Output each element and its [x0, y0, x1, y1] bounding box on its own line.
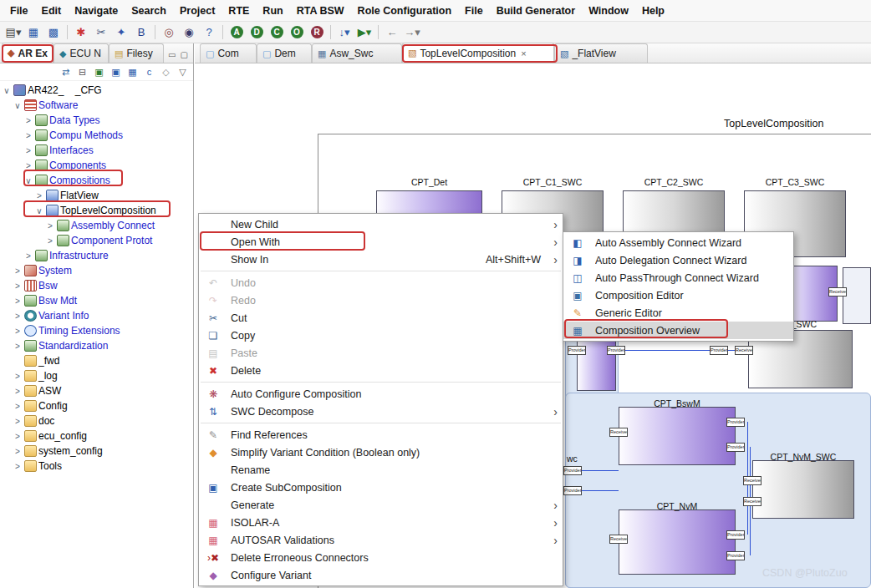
- expand-arrow-icon[interactable]: [23, 176, 33, 185]
- context-menu-item[interactable]: ◆ Configure Variant ›: [199, 566, 563, 584]
- validate-button[interactable]: ✱: [72, 24, 90, 41]
- editor-tab[interactable]: ▢ Com ×: [200, 43, 257, 63]
- expand-arrow-icon[interactable]: [13, 417, 23, 426]
- receiver-port[interactable]: Receiver: [743, 476, 761, 485]
- nav-forward-button[interactable]: →▾: [403, 24, 421, 41]
- context-menu-item[interactable]: Open With ›: [199, 233, 563, 251]
- new-wizard-dropdown-button[interactable]: ▤▾: [4, 24, 23, 41]
- expand-arrow-icon[interactable]: [13, 342, 23, 351]
- explorer-tab[interactable]: ▤ Filesy ×: [109, 43, 164, 63]
- tree-item[interactable]: Compositions: [0, 173, 193, 188]
- provider-port[interactable]: Provider: [726, 418, 745, 427]
- context-menu-item[interactable]: ↷ Redo ›: [199, 291, 563, 309]
- tree-item[interactable]: Config: [0, 398, 193, 413]
- expand-arrow-icon[interactable]: [13, 281, 23, 291]
- tree-item[interactable]: TopLevelComposition: [0, 203, 193, 218]
- context-menu-item[interactable]: ▣ Create SubComposition ›: [199, 479, 563, 496]
- menu-bar-item[interactable]: Edit: [35, 2, 69, 20]
- context-menu-item[interactable]: ▦ ISOLAR-A ›: [199, 514, 563, 531]
- receiver-port[interactable]: Receiver: [828, 287, 847, 297]
- isolar-d-button[interactable]: D: [247, 24, 266, 41]
- build-dropdown-button[interactable]: ▶▾: [355, 24, 374, 41]
- submenu-item[interactable]: ✎ Generic Editor ›: [563, 304, 793, 322]
- maximize-panel-icon[interactable]: ▢: [181, 50, 188, 59]
- provider-port[interactable]: Provider: [726, 551, 745, 560]
- tree-item[interactable]: Tools: [0, 459, 193, 474]
- menu-bar-item[interactable]: Help: [635, 2, 671, 20]
- tree-item[interactable]: FlatView: [0, 188, 193, 203]
- collapse-all-button[interactable]: ⊟: [75, 65, 89, 79]
- receiver-port[interactable]: Receiver: [609, 428, 628, 437]
- provider-port[interactable]: Provider: [607, 346, 625, 355]
- tree-item[interactable]: ecu_config: [0, 428, 193, 444]
- expand-arrow-icon[interactable]: [13, 101, 23, 110]
- editor-tab[interactable]: ▢ Dem ×: [257, 43, 312, 63]
- isolar-a-button[interactable]: A: [227, 24, 246, 41]
- minimize-panel-icon[interactable]: ▭: [168, 50, 176, 59]
- table-view-button[interactable]: ▦: [125, 65, 140, 79]
- submenu-item[interactable]: ▣ Composition Editor ›: [563, 286, 793, 304]
- tree-item[interactable]: Bsw Mdt: [0, 293, 193, 308]
- package-filter-button[interactable]: ▣: [92, 65, 106, 79]
- component-block-partial[interactable]: [843, 267, 871, 324]
- receiver-port[interactable]: Receiver: [743, 497, 761, 506]
- nav-back-button[interactable]: ←: [383, 24, 401, 41]
- save-button[interactable]: ▦: [24, 24, 43, 41]
- toolbar-button[interactable]: [67, 25, 68, 39]
- isolar-c-button[interactable]: C: [267, 24, 286, 41]
- context-menu-item[interactable]: ✂ Cut ›: [199, 309, 563, 327]
- search-references-button[interactable]: ◎: [160, 24, 178, 41]
- menu-bar-item[interactable]: Build Generator: [490, 2, 582, 20]
- tree-item[interactable]: ASW: [0, 383, 193, 398]
- submenu-item[interactable]: ◧ Auto Assembly Connect Wizard ›: [563, 234, 793, 251]
- context-menu-item[interactable]: ▦ AUTOSAR Validations ›: [199, 531, 563, 549]
- component-block-cpt-bswm[interactable]: [619, 407, 736, 465]
- rte-generator-button[interactable]: R: [308, 24, 326, 41]
- menu-bar-item[interactable]: File: [458, 2, 490, 20]
- tree-item[interactable]: Compu Methods: [0, 128, 193, 143]
- expand-arrow-icon[interactable]: [13, 312, 23, 321]
- blueprint-b-button[interactable]: B: [132, 24, 150, 41]
- expand-arrow-icon[interactable]: [13, 387, 23, 396]
- tree-item[interactable]: Interfaces: [0, 143, 193, 158]
- provider-port[interactable]: Provider: [726, 443, 745, 452]
- provider-port[interactable]: Provider: [726, 530, 745, 540]
- context-menu-item[interactable]: New Child ›: [199, 215, 563, 233]
- help-button[interactable]: ?: [200, 24, 218, 41]
- explorer-tab[interactable]: ◆ ECU N ×: [53, 43, 109, 63]
- tree-item[interactable]: Component Protot: [0, 233, 193, 248]
- tree-item[interactable]: Software: [0, 98, 193, 113]
- tree-item[interactable]: doc: [0, 413, 193, 428]
- expand-arrow-icon[interactable]: [13, 432, 23, 441]
- submenu-item[interactable]: ◨ Auto Delegation Connect Wizard ›: [563, 251, 793, 269]
- expand-arrow-icon[interactable]: [45, 236, 55, 246]
- menu-bar-item[interactable]: File: [3, 2, 35, 20]
- expand-arrow-icon[interactable]: [13, 297, 23, 306]
- expand-arrow-icon[interactable]: [34, 191, 44, 200]
- provider-port[interactable]: Provider: [563, 486, 582, 495]
- component-block-cpt-nvm-swc[interactable]: [752, 460, 854, 519]
- cut-button[interactable]: ✂: [92, 24, 110, 41]
- expand-arrow-icon[interactable]: [23, 131, 33, 140]
- view-menu-button[interactable]: ▽: [176, 65, 190, 79]
- context-menu-item[interactable]: ✎ Find References ›: [199, 426, 563, 444]
- toolbar-button[interactable]: [378, 25, 379, 39]
- tree-item[interactable]: Assembly Connect: [0, 218, 193, 233]
- save-all-button[interactable]: ▩: [44, 24, 63, 41]
- context-menu-item[interactable]: ✖ Delete ›: [199, 362, 563, 379]
- tree-item[interactable]: Infrastructure: [0, 248, 193, 263]
- category-filter-button[interactable]: c: [142, 65, 156, 79]
- menu-bar-item[interactable]: Navigate: [68, 2, 125, 20]
- context-menu-item[interactable]: ›: [201, 423, 561, 423]
- context-menu-item[interactable]: Show In Alt+Shift+W ›: [199, 251, 563, 268]
- provider-port[interactable]: Provider: [568, 346, 586, 355]
- tree-item[interactable]: Standardization: [0, 338, 193, 353]
- tree-item[interactable]: _fwd: [0, 353, 193, 368]
- submenu-item[interactable]: ▦ Composition Overview ›: [563, 322, 793, 339]
- context-menu-item[interactable]: ›: [201, 382, 561, 383]
- context-menu-item[interactable]: Rename ›: [199, 461, 563, 479]
- receiver-port[interactable]: Receiver: [609, 535, 628, 544]
- tree-item[interactable]: Components: [0, 158, 193, 173]
- tree-item[interactable]: Data Types: [0, 113, 193, 128]
- expand-arrow-icon[interactable]: [45, 221, 55, 231]
